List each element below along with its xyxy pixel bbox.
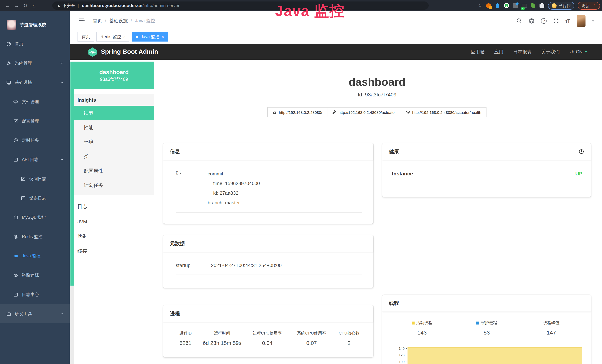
sidebar-item-infra[interactable]: 基础设施 (0, 73, 70, 92)
user-menu-caret-icon[interactable] (592, 20, 595, 23)
insights-section: Insights 细节 性能 环境 类 配置属性 计划任务 (74, 94, 154, 195)
endpoint-actuator-link[interactable]: http://192.168.0.2:48080/actuator (327, 107, 401, 117)
tab-close-icon[interactable]: × (162, 35, 164, 39)
endpoint-health-link[interactable]: http://192.168.0.2:48080/actuator/health (401, 107, 486, 117)
sidebar-item-dev-tools[interactable]: 研发工具 (0, 304, 70, 323)
thread-stats: 活动线程 143 守护进程 53 (390, 320, 584, 336)
sba-locale-select[interactable]: zh-CN (569, 49, 587, 54)
sidebar-item-jobs[interactable]: 定时任务 (0, 130, 70, 150)
extension-icon-grid[interactable] (512, 3, 518, 8)
sidebar-item-redis[interactable]: Redis 监控 (0, 227, 70, 246)
sidebar-item-api-log[interactable]: API 日志 (0, 150, 70, 169)
tab-close-icon[interactable]: × (123, 35, 126, 39)
log-icon (21, 176, 26, 181)
heartbeat-icon (406, 110, 410, 114)
help-icon[interactable]: ? (541, 18, 547, 23)
sba-item-metrics[interactable]: 性能 (74, 120, 154, 135)
browser-forward-icon[interactable]: → (12, 3, 21, 9)
endpoint-home-link[interactable]: http://192.168.0.2:48080/ (267, 107, 327, 117)
breadcrumb-current: Java 监控 (135, 18, 155, 24)
fullscreen-icon[interactable] (553, 18, 559, 24)
extensions-puzzle-icon[interactable] (539, 3, 545, 8)
avatar[interactable] (577, 15, 585, 27)
sba-item-mappings[interactable]: 映射 (74, 229, 154, 244)
sba-item-environment[interactable]: 环境 (74, 135, 154, 149)
sba-nav-wallboard[interactable]: 应用墙 (471, 49, 484, 55)
sba-item-caches[interactable]: 缓存 (74, 244, 154, 258)
instance-name: dashboard (99, 69, 129, 75)
extension-icon-green-y[interactable]: y (504, 3, 509, 8)
tab-home[interactable]: 首页 (77, 32, 94, 42)
browser-back-icon[interactable]: ← (3, 3, 12, 9)
scrollbar (70, 60, 74, 364)
sba-item-classes[interactable]: 类 (74, 149, 154, 163)
daemon-threads-legend-icon (476, 321, 479, 324)
sba-nav-about[interactable]: 关于我们 (541, 49, 560, 55)
breadcrumb: 首页 / 基础设施 / Java 监控 (93, 18, 155, 24)
active-tab-dot (136, 35, 139, 38)
address-bar[interactable]: ▲ 不安全 | dashboard.yudao.iocoder.cn /infr… (52, 1, 429, 10)
github-icon[interactable] (528, 18, 535, 24)
chart-plot-area (407, 345, 582, 364)
sidebar-item-log-center[interactable]: 日志中心 (0, 285, 70, 304)
sba-nav-applications[interactable]: 应用 (494, 49, 503, 55)
breadcrumb-infra[interactable]: 基础设施 (109, 18, 128, 24)
history-icon[interactable] (579, 149, 584, 155)
process-card: 进程 进程ID 运行时间 进程CPU使用率 系统CPU使用率 CPU核心数 (163, 305, 373, 357)
process-card-title: 进程 (163, 305, 373, 322)
browser-update-chip[interactable]: 更新 ⋮ (578, 2, 600, 10)
security-label: 不安全 (63, 3, 75, 8)
java-monitor-icon (13, 254, 18, 258)
sidebar-item-error-log[interactable]: 错误日志 (0, 188, 70, 208)
system-cpu-value: 0.07 (290, 340, 334, 346)
sidebar-item-access-log[interactable]: 访问日志 (0, 169, 70, 188)
process-col-header: 进程CPU使用率 (245, 331, 290, 336)
instance-header[interactable]: dashboard 93a3fc7f7409 (74, 62, 154, 89)
font-size-icon[interactable]: TT (566, 18, 570, 23)
sba-item-config-props[interactable]: 配置属性 (74, 163, 154, 178)
sba-nav-journal[interactable]: 日志报表 (513, 49, 532, 55)
sidebar-item-java-monitor[interactable]: Java 监控 (0, 246, 70, 266)
app-logo (7, 20, 16, 30)
search-icon[interactable] (516, 18, 522, 24)
url-path: /infra/admin-server (142, 3, 180, 8)
extension-icon-orange[interactable] (486, 3, 491, 8)
sba-item-details[interactable]: 细节 (74, 106, 154, 120)
tab-redis-monitor[interactable]: Redis 监控 × (97, 32, 129, 42)
sidebar-item-tracing[interactable]: 链路追踪 (0, 266, 70, 285)
chevron-down-icon (60, 61, 64, 65)
metadata-card: 元数据 startup 2021-04-27T00:44:31.254+08:0… (163, 235, 373, 288)
sba-item-scheduled-tasks[interactable]: 计划任务 (74, 178, 154, 193)
extension-icon-leaf[interactable] (530, 3, 536, 8)
chevron-up-icon (60, 158, 64, 161)
sba-item-logging[interactable]: 日志 (74, 199, 154, 214)
daemon-threads-stat: 守护进程 53 (454, 320, 519, 336)
browser-reload-icon[interactable]: ↻ (21, 3, 30, 9)
sidebar-item-home[interactable]: 首页 (0, 34, 70, 54)
sidebar-item-mysql[interactable]: MySQL 监控 (0, 208, 70, 227)
page-title: dashboard (163, 75, 591, 89)
cpu-cores-value: 2 (334, 340, 365, 346)
health-instance-label: Instance (392, 171, 413, 177)
browser-menu-icon[interactable]: ⋮ (592, 3, 596, 8)
breadcrumb-home[interactable]: 首页 (93, 18, 102, 24)
browser-home-icon[interactable]: ⌂ (30, 3, 39, 9)
process-cpu-value: 0.04 (245, 340, 290, 346)
sidebar-item-files[interactable]: 文件管理 (0, 92, 70, 111)
process-pid-value: 5261 (172, 340, 199, 346)
tab-java-monitor[interactable]: Java 监控 × (132, 32, 168, 42)
bookmark-star-icon[interactable]: ☆ (477, 3, 483, 8)
sba-item-jvm[interactable]: JVM (74, 214, 154, 229)
wrench-icon (332, 110, 336, 114)
extension-icon-switch-on[interactable] (521, 3, 527, 8)
sidebar-item-system[interactable]: 系统管理 (0, 54, 70, 73)
peak-threads-value: 147 (519, 329, 584, 336)
info-git-value: commit: time: 1596289704000 id: 27aa832 … (208, 169, 260, 208)
scrollbar-thumb[interactable] (70, 62, 74, 286)
gear-icon (6, 61, 11, 65)
live-threads-stat: 活动线程 143 (390, 320, 454, 336)
sidebar-item-config[interactable]: 配置管理 (0, 111, 70, 130)
extension-icon-pin[interactable] (495, 3, 500, 8)
sidebar-collapse-icon[interactable] (79, 18, 85, 23)
profile-paused-chip[interactable]: 已暂停 (548, 2, 574, 10)
